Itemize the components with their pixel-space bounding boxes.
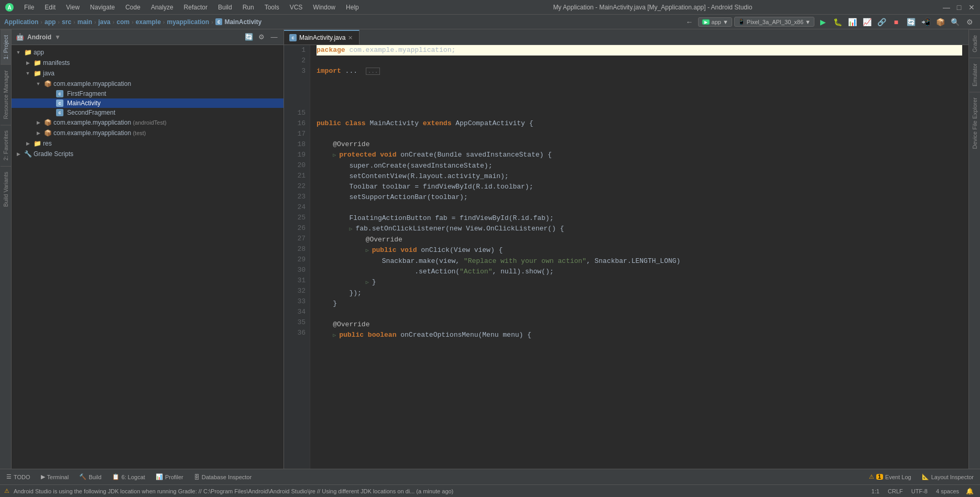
sidebar-tab-gradle[interactable]: Gradle (970, 29, 980, 58)
sidebar-tab-project[interactable]: 1: Project (1, 29, 11, 64)
tree-item-mainactivity[interactable]: c MainActivity (12, 98, 284, 108)
status-position[interactable]: 1:1 (872, 488, 879, 494)
breadcrumb-app[interactable]: app (45, 18, 56, 26)
folder-icon-manifests: 📁 (33, 59, 41, 67)
attach-button[interactable]: 🔗 (875, 16, 888, 28)
bottom-tab-profiler[interactable]: 📊 Profiler (151, 471, 188, 482)
menu-edit[interactable]: Edit (40, 2, 60, 13)
run-button[interactable]: ▶ (816, 16, 829, 28)
tab-icon-c: c (289, 34, 297, 41)
device-dropdown[interactable]: 📱 Pixel_3a_API_30_x86 ▼ (734, 17, 814, 27)
sidebar-tab-build-variants[interactable]: Build Variants (1, 166, 11, 212)
menu-file[interactable]: File (20, 2, 38, 13)
tree-arrow-ff (47, 90, 55, 97)
menu-analyze[interactable]: Analyze (147, 2, 178, 13)
breadcrumb-src[interactable]: src (62, 18, 71, 26)
sidebar-tab-device-file[interactable]: Device File Explorer (970, 92, 980, 154)
tree-item-app[interactable]: ▼ 📁 app (12, 47, 284, 58)
settings-button[interactable]: ⚙ (963, 16, 976, 28)
menu-view[interactable]: View (62, 2, 84, 13)
code-line-24 (317, 203, 962, 213)
tree-item-firstfragment[interactable]: c FirstFragment (12, 89, 284, 98)
folder-icon-package-main: 📦 (43, 80, 52, 88)
menu-build[interactable]: Build (214, 2, 236, 13)
panel-collapse-button[interactable]: — (269, 32, 279, 42)
tree-item-secondfragment[interactable]: c SecondFragment (12, 108, 284, 117)
tree-item-java[interactable]: ▼ 📁 java (12, 68, 284, 79)
notifications-icon[interactable]: 🔔 (963, 485, 976, 498)
sidebar-tab-resource[interactable]: Resource Manager (1, 64, 11, 125)
menu-help[interactable]: Help (342, 2, 363, 13)
sdk-manager-button[interactable]: 📦 (934, 16, 946, 28)
breadcrumb-example[interactable]: example (136, 18, 161, 26)
menu-navigate[interactable]: Navigate (86, 2, 119, 13)
tree-item-res[interactable]: ▶ 📁 res (12, 138, 284, 149)
tree-item-package-androidtest[interactable]: ▶ 📦 com.example.myapplication (androidTe… (12, 117, 284, 128)
tab-close-mainactivity[interactable]: ✕ (348, 35, 353, 41)
close-button[interactable]: ✕ (967, 3, 976, 12)
code-line-1: package com.example.myapplication; (317, 45, 962, 56)
stop-button[interactable]: ■ (890, 16, 902, 28)
folder-icon-res: 📁 (33, 139, 41, 148)
tree-arrow-app: ▼ (15, 49, 22, 56)
bottom-tab-database[interactable]: 🗄 Database Inspector (190, 472, 256, 482)
breadcrumb-application[interactable]: Application (4, 18, 38, 26)
search-button[interactable]: 🔍 (949, 16, 961, 28)
code-content[interactable]: 1 2 3 15 16 17 18 19 20 21 22 23 24 25 2… (284, 45, 968, 469)
sidebar-tab-emulator[interactable]: Emulator (970, 58, 980, 92)
code-line-32: }); (317, 288, 962, 299)
status-message: Android Studio is using the following JD… (14, 488, 863, 494)
window-title: My Application - MainActivity.java [My_A… (365, 4, 940, 11)
run-config-arrow: ▼ (723, 19, 728, 25)
code-line-29: Snackbar.make(view, "Replace with your o… (317, 256, 962, 267)
status-encoding[interactable]: UTF-8 (911, 488, 928, 494)
profiler-icon: 📊 (156, 473, 163, 480)
code-line-27: @Override (317, 235, 962, 245)
project-panel: 🤖 Android ▼ 🔄 ⚙ — ▼ 📁 app ▶ 📁 manifests (12, 29, 284, 469)
breadcrumb-myapplication[interactable]: myapplication (167, 18, 210, 26)
bottom-tab-eventlog[interactable]: ⚠ 1 Event Log (865, 471, 916, 482)
profile-button[interactable]: 📈 (861, 16, 873, 28)
bottom-tab-layout-inspector[interactable]: 📐 Layout Inspector (918, 471, 978, 482)
bottom-tab-todo[interactable]: ☰ TODO (2, 471, 35, 482)
breadcrumb-com[interactable]: com (116, 18, 129, 26)
debug-button[interactable]: 🐛 (831, 16, 844, 28)
menu-refactor[interactable]: Refactor (180, 2, 212, 13)
breadcrumb-mainactivity[interactable]: MainActivity (224, 18, 262, 26)
coverage-button[interactable]: 📊 (846, 16, 858, 28)
run-config-dropdown[interactable]: ▶ app ▼ (698, 17, 732, 27)
menu-tools[interactable]: Tools (260, 2, 284, 13)
tree-item-package-test[interactable]: ▶ 📦 com.example.myapplication (test) (12, 128, 284, 138)
code-line-15 (317, 108, 962, 118)
tree-arrow-java: ▼ (24, 70, 31, 77)
navigate-back-button[interactable]: ← (683, 16, 696, 28)
sidebar-tab-favorites[interactable]: 2: Favorites (1, 125, 11, 165)
tree-label-androidtest: com.example.myapplication (androidTest) (53, 119, 280, 126)
panel-sync-button[interactable]: 🔄 (244, 32, 254, 42)
panel-dropdown-arrow[interactable]: ▼ (55, 34, 61, 41)
avd-manager-button[interactable]: 📲 (919, 16, 932, 28)
menu-window[interactable]: Window (309, 2, 340, 13)
menu-run[interactable]: Run (238, 2, 258, 13)
tree-item-gradle[interactable]: ▶ 🔧 Gradle Scripts (12, 149, 284, 159)
minimize-button[interactable]: — (942, 3, 951, 12)
status-line-sep[interactable]: CRLF (888, 488, 903, 494)
maximize-button[interactable]: □ (955, 3, 963, 12)
sync-button[interactable]: 🔄 (905, 16, 917, 28)
menu-code[interactable]: Code (121, 2, 145, 13)
tree-item-manifests[interactable]: ▶ 📁 manifests (12, 58, 284, 68)
menu-vcs[interactable]: VCS (286, 2, 307, 13)
editor-tab-mainactivity[interactable]: c MainActivity.java ✕ (284, 30, 360, 45)
status-indent[interactable]: 4 spaces (936, 488, 959, 494)
bottom-tab-logcat[interactable]: 📋 6: Logcat (108, 471, 149, 482)
code-line-36: ▷public boolean onCreateOptionsMenu(Menu… (317, 330, 962, 341)
code-line-16: public class MainActivity extends AppCom… (317, 118, 962, 129)
tree-label-res: res (43, 140, 280, 147)
breadcrumb-java[interactable]: java (98, 18, 110, 26)
breadcrumb-main[interactable]: main (78, 18, 92, 26)
bottom-tab-build[interactable]: 🔨 Build (75, 471, 105, 482)
code-line-20: super.onCreate(savedInstanceState); (317, 161, 962, 171)
panel-settings-button[interactable]: ⚙ (256, 32, 267, 42)
bottom-tab-terminal[interactable]: ▶ Terminal (37, 471, 73, 482)
tree-item-package-main[interactable]: ▼ 📦 com.example.myapplication (12, 79, 284, 89)
